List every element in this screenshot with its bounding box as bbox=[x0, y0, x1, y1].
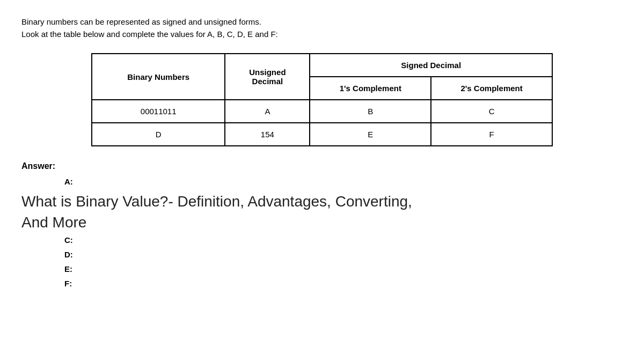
answer-item-e: E: bbox=[64, 262, 623, 276]
cell-unsigned-0: A bbox=[225, 100, 310, 123]
answer-title: Answer: bbox=[21, 161, 623, 171]
answer-item-f: F: bbox=[64, 276, 623, 291]
answer-section: Answer: A: What is Binary Value?- Defini… bbox=[21, 161, 623, 291]
table-header-row-1: Binary Numbers UnsignedDecimal Signed De… bbox=[92, 54, 552, 77]
intro-block: Binary numbers can be represented as sig… bbox=[21, 16, 623, 40]
intro-line-2: Look at the table below and complete the… bbox=[21, 28, 623, 41]
cell-ones-1: E bbox=[310, 123, 431, 146]
intro-line-1: Binary numbers can be represented as sig… bbox=[21, 16, 623, 28]
binary-table: Binary Numbers UnsignedDecimal Signed De… bbox=[91, 53, 553, 146]
overlay-line-1: What is Binary Value?- Definition, Advan… bbox=[21, 193, 412, 210]
overlay-line-2: And More bbox=[21, 214, 86, 231]
answer-item-a: A: bbox=[64, 174, 623, 189]
col-unsigned-header: UnsignedDecimal bbox=[225, 54, 310, 100]
cell-ones-0: B bbox=[310, 100, 431, 123]
cell-twos-1: F bbox=[431, 123, 552, 146]
cell-twos-0: C bbox=[431, 100, 552, 123]
table-row: D 154 E F bbox=[92, 123, 552, 146]
table-row: 00011011 A B C bbox=[92, 100, 552, 123]
col-twos-header: 2's Complement bbox=[431, 77, 552, 100]
overlay-text: What is Binary Value?- Definition, Advan… bbox=[21, 191, 623, 233]
cell-binary-0: 00011011 bbox=[92, 100, 225, 123]
answer-item-c: C: bbox=[64, 233, 623, 247]
cell-binary-1: D bbox=[92, 123, 225, 146]
col-binary-header: Binary Numbers bbox=[92, 54, 225, 100]
answer-item-d: D: bbox=[64, 247, 623, 262]
cell-unsigned-1: 154 bbox=[225, 123, 310, 146]
table-wrapper: Binary Numbers UnsignedDecimal Signed De… bbox=[21, 53, 623, 146]
col-signed-header: Signed Decimal bbox=[310, 54, 552, 77]
col-ones-header: 1's Complement bbox=[310, 77, 431, 100]
